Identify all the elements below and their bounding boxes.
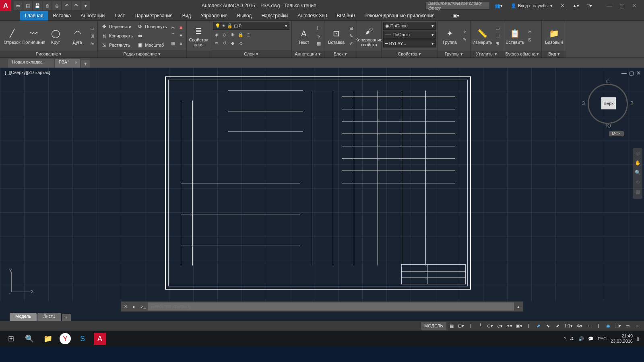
file-explorer-icon[interactable]: 📁 <box>39 331 57 347</box>
nav-pan-icon[interactable]: ✋ <box>634 160 641 167</box>
command-input[interactable] <box>148 302 514 311</box>
status-annoauto-icon[interactable]: ⬈ <box>553 322 562 330</box>
status-hwaccel-icon[interactable]: ◉ <box>604 322 613 330</box>
app-menu-icon[interactable]: A <box>0 0 11 11</box>
layer-iso-icon[interactable]: ◇ <box>221 31 228 38</box>
panel-annotation-title[interactable]: Аннотации ▾ <box>292 51 324 58</box>
panel-groups-title[interactable]: Группы ▾ <box>438 51 470 58</box>
array-icon[interactable]: ▦ <box>169 40 177 47</box>
maximize-button[interactable]: ▢ <box>619 2 625 9</box>
lineweight-dropdown[interactable]: ━ BYLAY...▾ <box>383 39 436 47</box>
status-wsswitch-icon[interactable]: ✲▾ <box>575 322 584 330</box>
qat-more-icon[interactable]: ▾ <box>81 1 90 10</box>
viewport-minimize-icon[interactable]: — <box>621 70 627 76</box>
spline-icon[interactable]: ∿ <box>89 40 96 47</box>
a360-icon[interactable]: ▲▾ <box>569 3 582 8</box>
cmdline-recent-icon[interactable]: ▸ <box>130 302 139 311</box>
layer-more2-icon[interactable]: ◇ <box>237 39 244 47</box>
stretch-button[interactable]: ⇲Растянуть <box>99 41 134 49</box>
status-isodraft-icon[interactable]: ◇▾ <box>495 322 504 330</box>
status-ortho-icon[interactable]: └ <box>476 322 485 330</box>
close-tab-icon[interactable]: ✕ <box>74 60 78 65</box>
paste-button[interactable]: 📋Вставить <box>505 22 526 50</box>
tray-lang[interactable]: РУС <box>598 336 607 341</box>
nav-zoom-icon[interactable]: 🔍 <box>634 170 641 177</box>
panel-clipboard-title[interactable]: Буфер обмена ▾ <box>503 51 542 58</box>
status-polar-icon[interactable]: ⊙▾ <box>486 322 495 330</box>
hatch-icon[interactable]: ⊞ <box>89 32 96 39</box>
status-annomon-icon[interactable]: + <box>584 322 593 330</box>
status-isoplane-icon[interactable]: ⬚▾ <box>613 322 622 330</box>
signin-button[interactable]: 👤 Вход в службы▾ <box>508 3 556 8</box>
layer-properties-button[interactable]: ≣Свойства слоя <box>188 22 209 50</box>
nav-wheel-icon[interactable]: ◎ <box>634 150 641 158</box>
panel-layers-title[interactable]: Слои ▾ <box>211 50 291 58</box>
arc-button[interactable]: ◠Дуга <box>67 22 88 50</box>
move-button[interactable]: ✥Перенести <box>99 22 134 31</box>
status-osnap-icon[interactable]: ✦▾ <box>505 322 514 330</box>
tab-addins[interactable]: Надстройки <box>256 11 293 21</box>
tray-notification-icon[interactable]: ▯ <box>637 336 639 341</box>
baseview-button[interactable]: 📁Базовый <box>543 22 564 50</box>
tab-view[interactable]: Вид <box>178 11 196 21</box>
linetype-dropdown[interactable]: ── ПоСлою▾ <box>383 31 436 39</box>
status-scale[interactable]: 1:1▾ <box>563 322 574 330</box>
status-modelspace[interactable]: МОДЕЛЬ <box>421 322 446 330</box>
ribbon-toggle-icon[interactable]: ▣▾ <box>448 11 464 21</box>
tab-output[interactable]: Вывод <box>232 11 256 21</box>
tab-appstore[interactable]: Рекомендованные приложения <box>359 11 439 21</box>
mirror-button[interactable]: ⇋ <box>135 31 168 40</box>
table-icon[interactable]: ▦ <box>315 40 322 47</box>
tab-layout[interactable]: Лист <box>109 11 130 21</box>
fillet-icon[interactable]: ⌒ <box>169 32 177 39</box>
viewport-restore-icon[interactable]: ▢ <box>629 70 634 76</box>
add-tab-button[interactable]: + <box>81 60 90 68</box>
trim-icon[interactable]: ✂ <box>169 25 177 32</box>
status-customize-icon[interactable]: ≡ <box>633 322 642 330</box>
panel-block-title[interactable]: Блок ▾ <box>324 51 357 58</box>
viewcube-south[interactable]: Ю <box>606 123 611 129</box>
yandex-icon[interactable]: Y <box>60 333 71 344</box>
tab-manage[interactable]: Управление <box>196 11 232 21</box>
calc-icon[interactable]: ⊞ <box>494 40 501 47</box>
cmdline-expand-icon[interactable]: ▴ <box>514 302 523 311</box>
tab-insert[interactable]: Вставка <box>48 11 76 21</box>
panel-modify-title[interactable]: Редактирование ▾ <box>98 50 186 58</box>
tab-parametric[interactable]: Параметризация <box>130 11 177 21</box>
viewcube-west[interactable]: З <box>582 101 585 106</box>
group-button[interactable]: ✦Группа <box>440 22 460 50</box>
line-button[interactable]: ╱Отрезок <box>2 22 23 50</box>
taskview-icon[interactable]: 🔍 <box>20 331 39 347</box>
saveas-icon[interactable]: ⎘ <box>43 1 52 10</box>
filetab-rza[interactable]: РЗА*✕ <box>55 59 80 68</box>
tray-clock[interactable]: 21:49 23.03.2016 <box>611 333 633 344</box>
layer-freeze-icon[interactable]: ❄ <box>229 31 236 38</box>
layout1-tab[interactable]: Лист1 <box>37 313 61 321</box>
layer-lock-icon[interactable]: 🔒 <box>237 31 244 38</box>
skype-icon[interactable]: S <box>73 331 92 347</box>
ungroup-icon[interactable]: ✧ <box>461 29 469 36</box>
tab-home[interactable]: Главная <box>20 11 48 21</box>
viewcube[interactable]: Верх С Ю В З <box>584 80 632 128</box>
nav-showmotion-icon[interactable]: ▦ <box>634 189 641 196</box>
tray-action-icon[interactable]: 💬 <box>588 336 594 341</box>
layer-off-icon[interactable]: ◌ <box>245 31 252 38</box>
explode-icon[interactable]: ✷ <box>178 32 185 39</box>
copy-clip-icon[interactable]: ⎘ <box>526 36 534 43</box>
panel-view-title[interactable]: Вид ▾ <box>542 51 566 58</box>
edit-block-icon[interactable]: ✎ <box>348 32 355 39</box>
viewport-label[interactable]: [–][Сверху][2D-каркас] <box>5 70 50 75</box>
viewcube-north[interactable]: С <box>606 79 610 84</box>
tray-network-icon[interactable]: 🖧 <box>570 336 574 341</box>
status-3dosnap-icon[interactable]: ▣▾ <box>515 322 524 330</box>
select-all-icon[interactable]: ▭ <box>494 25 501 32</box>
panel-properties-title[interactable]: Свойства ▾ <box>382 50 438 58</box>
circle-button[interactable]: ◯Круг <box>45 22 66 50</box>
layer-prev-icon[interactable]: ↺ <box>221 39 228 47</box>
leader-icon[interactable]: ↘ <box>315 32 322 39</box>
attr-edit-icon[interactable]: ✐ <box>348 40 355 47</box>
dim-linear-icon[interactable]: ⊢ <box>315 25 322 32</box>
search-input[interactable]: Введите ключевое слово/фразу <box>425 2 490 10</box>
redo-icon[interactable]: ↷ <box>72 1 80 10</box>
add-layout-button[interactable]: + <box>62 314 71 321</box>
